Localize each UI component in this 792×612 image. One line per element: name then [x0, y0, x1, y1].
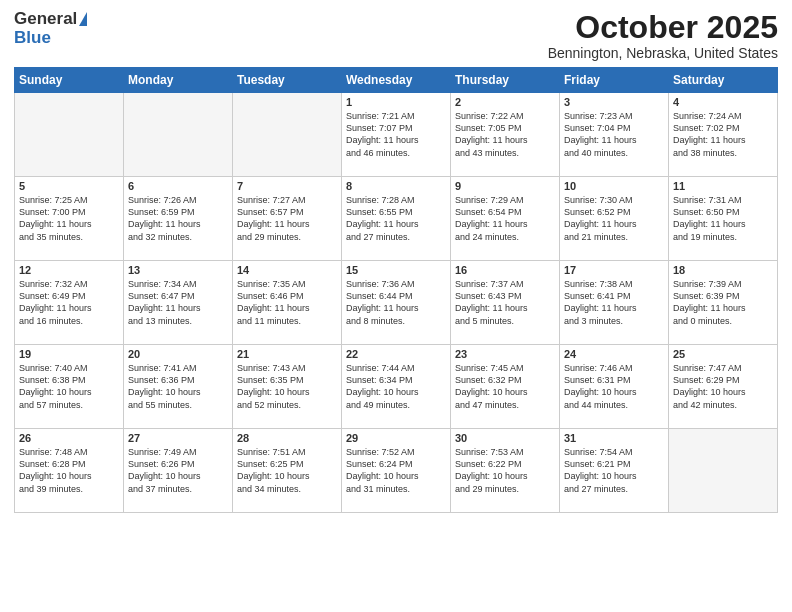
table-row: 23Sunrise: 7:45 AMSunset: 6:32 PMDayligh… [451, 345, 560, 429]
table-row: 29Sunrise: 7:52 AMSunset: 6:24 PMDayligh… [342, 429, 451, 513]
table-row: 6Sunrise: 7:26 AMSunset: 6:59 PMDaylight… [124, 177, 233, 261]
table-row: 3Sunrise: 7:23 AMSunset: 7:04 PMDaylight… [560, 93, 669, 177]
table-row: 31Sunrise: 7:54 AMSunset: 6:21 PMDayligh… [560, 429, 669, 513]
day-info: Sunrise: 7:52 AMSunset: 6:24 PMDaylight:… [346, 446, 446, 495]
header-sunday: Sunday [15, 68, 124, 93]
day-number: 28 [237, 432, 337, 444]
table-row: 20Sunrise: 7:41 AMSunset: 6:36 PMDayligh… [124, 345, 233, 429]
day-number: 21 [237, 348, 337, 360]
table-row: 13Sunrise: 7:34 AMSunset: 6:47 PMDayligh… [124, 261, 233, 345]
day-info: Sunrise: 7:47 AMSunset: 6:29 PMDaylight:… [673, 362, 773, 411]
day-number: 4 [673, 96, 773, 108]
day-number: 8 [346, 180, 446, 192]
day-info: Sunrise: 7:36 AMSunset: 6:44 PMDaylight:… [346, 278, 446, 327]
table-row: 9Sunrise: 7:29 AMSunset: 6:54 PMDaylight… [451, 177, 560, 261]
day-number: 5 [19, 180, 119, 192]
day-number: 10 [564, 180, 664, 192]
table-row: 26Sunrise: 7:48 AMSunset: 6:28 PMDayligh… [15, 429, 124, 513]
day-number: 14 [237, 264, 337, 276]
day-info: Sunrise: 7:45 AMSunset: 6:32 PMDaylight:… [455, 362, 555, 411]
day-number: 25 [673, 348, 773, 360]
day-number: 26 [19, 432, 119, 444]
day-number: 19 [19, 348, 119, 360]
day-info: Sunrise: 7:24 AMSunset: 7:02 PMDaylight:… [673, 110, 773, 159]
page: General Blue October 2025 Bennington, Ne… [0, 0, 792, 612]
day-info: Sunrise: 7:28 AMSunset: 6:55 PMDaylight:… [346, 194, 446, 243]
table-row: 24Sunrise: 7:46 AMSunset: 6:31 PMDayligh… [560, 345, 669, 429]
day-info: Sunrise: 7:37 AMSunset: 6:43 PMDaylight:… [455, 278, 555, 327]
day-info: Sunrise: 7:26 AMSunset: 6:59 PMDaylight:… [128, 194, 228, 243]
table-row: 21Sunrise: 7:43 AMSunset: 6:35 PMDayligh… [233, 345, 342, 429]
table-row: 25Sunrise: 7:47 AMSunset: 6:29 PMDayligh… [669, 345, 778, 429]
table-row: 1Sunrise: 7:21 AMSunset: 7:07 PMDaylight… [342, 93, 451, 177]
header-wednesday: Wednesday [342, 68, 451, 93]
header-tuesday: Tuesday [233, 68, 342, 93]
calendar-week-row: 26Sunrise: 7:48 AMSunset: 6:28 PMDayligh… [15, 429, 778, 513]
header-thursday: Thursday [451, 68, 560, 93]
table-row [124, 93, 233, 177]
day-info: Sunrise: 7:38 AMSunset: 6:41 PMDaylight:… [564, 278, 664, 327]
day-info: Sunrise: 7:51 AMSunset: 6:25 PMDaylight:… [237, 446, 337, 495]
table-row [15, 93, 124, 177]
day-info: Sunrise: 7:30 AMSunset: 6:52 PMDaylight:… [564, 194, 664, 243]
day-number: 30 [455, 432, 555, 444]
logo-blue-text: Blue [14, 29, 51, 48]
logo-triangle-icon [79, 12, 87, 26]
day-number: 3 [564, 96, 664, 108]
calendar-header-row: Sunday Monday Tuesday Wednesday Thursday… [15, 68, 778, 93]
calendar-subtitle: Bennington, Nebraska, United States [548, 45, 778, 61]
table-row [669, 429, 778, 513]
calendar-title: October 2025 [548, 10, 778, 45]
table-row: 16Sunrise: 7:37 AMSunset: 6:43 PMDayligh… [451, 261, 560, 345]
day-info: Sunrise: 7:21 AMSunset: 7:07 PMDaylight:… [346, 110, 446, 159]
day-info: Sunrise: 7:34 AMSunset: 6:47 PMDaylight:… [128, 278, 228, 327]
table-row [233, 93, 342, 177]
calendar-table: Sunday Monday Tuesday Wednesday Thursday… [14, 67, 778, 513]
day-info: Sunrise: 7:46 AMSunset: 6:31 PMDaylight:… [564, 362, 664, 411]
day-info: Sunrise: 7:32 AMSunset: 6:49 PMDaylight:… [19, 278, 119, 327]
day-number: 1 [346, 96, 446, 108]
table-row: 10Sunrise: 7:30 AMSunset: 6:52 PMDayligh… [560, 177, 669, 261]
day-info: Sunrise: 7:48 AMSunset: 6:28 PMDaylight:… [19, 446, 119, 495]
table-row: 30Sunrise: 7:53 AMSunset: 6:22 PMDayligh… [451, 429, 560, 513]
day-number: 20 [128, 348, 228, 360]
table-row: 22Sunrise: 7:44 AMSunset: 6:34 PMDayligh… [342, 345, 451, 429]
table-row: 7Sunrise: 7:27 AMSunset: 6:57 PMDaylight… [233, 177, 342, 261]
table-row: 27Sunrise: 7:49 AMSunset: 6:26 PMDayligh… [124, 429, 233, 513]
day-number: 18 [673, 264, 773, 276]
calendar-week-row: 12Sunrise: 7:32 AMSunset: 6:49 PMDayligh… [15, 261, 778, 345]
day-info: Sunrise: 7:41 AMSunset: 6:36 PMDaylight:… [128, 362, 228, 411]
table-row: 14Sunrise: 7:35 AMSunset: 6:46 PMDayligh… [233, 261, 342, 345]
day-info: Sunrise: 7:35 AMSunset: 6:46 PMDaylight:… [237, 278, 337, 327]
day-number: 13 [128, 264, 228, 276]
day-number: 16 [455, 264, 555, 276]
logo-general-text: General [14, 10, 77, 29]
day-number: 22 [346, 348, 446, 360]
day-info: Sunrise: 7:22 AMSunset: 7:05 PMDaylight:… [455, 110, 555, 159]
day-info: Sunrise: 7:39 AMSunset: 6:39 PMDaylight:… [673, 278, 773, 327]
calendar-week-row: 1Sunrise: 7:21 AMSunset: 7:07 PMDaylight… [15, 93, 778, 177]
table-row: 19Sunrise: 7:40 AMSunset: 6:38 PMDayligh… [15, 345, 124, 429]
calendar-week-row: 19Sunrise: 7:40 AMSunset: 6:38 PMDayligh… [15, 345, 778, 429]
day-number: 12 [19, 264, 119, 276]
day-info: Sunrise: 7:44 AMSunset: 6:34 PMDaylight:… [346, 362, 446, 411]
day-info: Sunrise: 7:29 AMSunset: 6:54 PMDaylight:… [455, 194, 555, 243]
day-number: 27 [128, 432, 228, 444]
day-number: 29 [346, 432, 446, 444]
day-info: Sunrise: 7:23 AMSunset: 7:04 PMDaylight:… [564, 110, 664, 159]
table-row: 11Sunrise: 7:31 AMSunset: 6:50 PMDayligh… [669, 177, 778, 261]
day-number: 7 [237, 180, 337, 192]
table-row: 4Sunrise: 7:24 AMSunset: 7:02 PMDaylight… [669, 93, 778, 177]
day-info: Sunrise: 7:40 AMSunset: 6:38 PMDaylight:… [19, 362, 119, 411]
header-monday: Monday [124, 68, 233, 93]
day-info: Sunrise: 7:54 AMSunset: 6:21 PMDaylight:… [564, 446, 664, 495]
day-number: 31 [564, 432, 664, 444]
title-block: October 2025 Bennington, Nebraska, Unite… [548, 10, 778, 61]
day-number: 24 [564, 348, 664, 360]
day-info: Sunrise: 7:27 AMSunset: 6:57 PMDaylight:… [237, 194, 337, 243]
table-row: 5Sunrise: 7:25 AMSunset: 7:00 PMDaylight… [15, 177, 124, 261]
day-info: Sunrise: 7:31 AMSunset: 6:50 PMDaylight:… [673, 194, 773, 243]
day-number: 17 [564, 264, 664, 276]
header: General Blue October 2025 Bennington, Ne… [14, 10, 778, 61]
day-number: 9 [455, 180, 555, 192]
